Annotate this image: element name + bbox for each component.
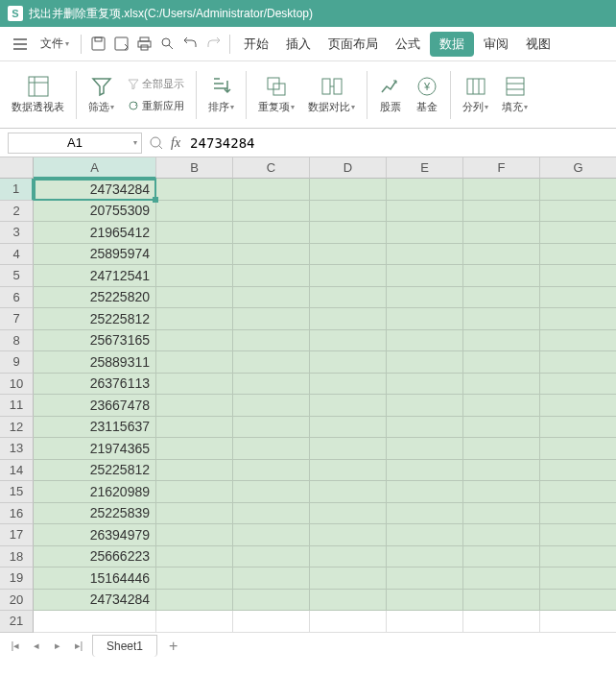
cell[interactable] — [387, 417, 463, 439]
row-header[interactable]: 13 — [0, 438, 34, 460]
cell[interactable] — [463, 222, 540, 244]
cell[interactable] — [540, 590, 616, 612]
sheet-tab[interactable]: Sheet1 — [92, 635, 157, 657]
cell[interactable]: 25225812 — [34, 308, 156, 330]
cell[interactable] — [540, 524, 616, 546]
cell[interactable] — [310, 481, 387, 503]
cell[interactable] — [233, 308, 310, 330]
cell[interactable]: 24734284 — [34, 179, 156, 201]
row-header[interactable]: 18 — [0, 546, 34, 568]
cell[interactable] — [156, 438, 233, 460]
cell[interactable] — [156, 567, 233, 590]
cell[interactable] — [310, 503, 387, 525]
cell[interactable] — [387, 351, 463, 374]
filter-button[interactable]: 筛选▾ — [84, 75, 118, 114]
cell[interactable] — [233, 265, 310, 287]
cell[interactable] — [463, 351, 540, 374]
tab-view[interactable]: 视图 — [518, 32, 558, 57]
save-as-icon[interactable] — [110, 34, 131, 55]
cell[interactable] — [310, 330, 387, 352]
cell[interactable] — [463, 590, 540, 612]
cell[interactable]: 25673165 — [34, 330, 156, 352]
cell[interactable] — [540, 287, 616, 309]
cell[interactable]: 26394979 — [34, 524, 156, 546]
cell[interactable] — [310, 179, 387, 201]
cell[interactable]: 21965412 — [34, 222, 156, 244]
cell[interactable] — [540, 611, 616, 633]
print-icon[interactable] — [133, 34, 154, 55]
save-icon[interactable] — [87, 34, 108, 55]
cell[interactable] — [156, 287, 233, 309]
cell[interactable] — [310, 417, 387, 439]
cell[interactable] — [310, 222, 387, 244]
select-all-corner[interactable] — [0, 157, 34, 179]
cell[interactable] — [387, 222, 463, 244]
cell[interactable] — [540, 201, 616, 223]
cell[interactable] — [540, 222, 616, 244]
cell[interactable] — [463, 308, 540, 330]
cell[interactable]: 25666223 — [34, 546, 156, 568]
cell[interactable] — [233, 351, 310, 374]
tab-data[interactable]: 数据 — [430, 32, 474, 57]
cell[interactable] — [540, 460, 616, 482]
cell[interactable] — [463, 330, 540, 352]
cell[interactable] — [310, 524, 387, 546]
add-sheet-button[interactable]: + — [163, 638, 183, 655]
hamburger-icon[interactable] — [8, 35, 33, 54]
cell[interactable] — [387, 244, 463, 266]
fund-button[interactable]: ¥ 基金 — [412, 75, 442, 114]
col-header[interactable]: F — [463, 157, 540, 179]
cell[interactable]: 24734284 — [34, 590, 156, 612]
row-header[interactable]: 14 — [0, 460, 34, 482]
row-header[interactable]: 4 — [0, 244, 34, 266]
tab-prev-icon[interactable]: ◂ — [29, 639, 44, 654]
cell[interactable] — [156, 481, 233, 503]
cell[interactable] — [540, 330, 616, 352]
cell[interactable] — [310, 438, 387, 460]
cancel-icon[interactable] — [150, 136, 163, 150]
cell[interactable] — [463, 524, 540, 546]
cell[interactable] — [387, 308, 463, 330]
file-menu[interactable]: 文件▾ — [35, 32, 75, 56]
cell[interactable] — [156, 179, 233, 201]
cell[interactable] — [310, 287, 387, 309]
cell[interactable] — [233, 590, 310, 612]
formula-input[interactable]: 24734284 — [188, 133, 608, 153]
cell[interactable] — [233, 201, 310, 223]
cell[interactable] — [540, 395, 616, 417]
cell[interactable] — [540, 546, 616, 568]
cell[interactable] — [387, 265, 463, 287]
cell[interactable] — [233, 395, 310, 417]
cell[interactable] — [540, 417, 616, 439]
cell[interactable] — [156, 417, 233, 439]
cell[interactable] — [310, 395, 387, 417]
cell[interactable] — [387, 590, 463, 612]
show-all-button[interactable]: 全部显示 — [124, 75, 188, 93]
cell[interactable]: 25889311 — [34, 351, 156, 374]
cell[interactable] — [387, 395, 463, 417]
cell[interactable] — [463, 395, 540, 417]
cell[interactable] — [540, 351, 616, 374]
row-header[interactable]: 12 — [0, 417, 34, 439]
cell[interactable] — [387, 179, 463, 201]
cell[interactable] — [387, 524, 463, 546]
cell[interactable] — [310, 308, 387, 330]
fill-handle[interactable] — [153, 197, 158, 203]
cell[interactable]: 21620989 — [34, 481, 156, 503]
fill-button[interactable]: 填充▾ — [498, 75, 532, 114]
col-header[interactable]: C — [233, 157, 310, 179]
row-header[interactable]: 5 — [0, 265, 34, 287]
cell[interactable] — [233, 244, 310, 266]
tab-formula[interactable]: 公式 — [388, 32, 428, 57]
cell[interactable] — [156, 308, 233, 330]
row-header[interactable]: 20 — [0, 590, 34, 612]
row-header[interactable]: 21 — [0, 611, 34, 633]
cell[interactable] — [233, 330, 310, 352]
fx-label[interactable]: fx — [171, 135, 180, 151]
cell[interactable] — [156, 503, 233, 525]
cell[interactable] — [156, 546, 233, 568]
cell[interactable] — [463, 287, 540, 309]
cell[interactable] — [233, 417, 310, 439]
cell[interactable] — [310, 374, 387, 396]
cell[interactable] — [463, 460, 540, 482]
